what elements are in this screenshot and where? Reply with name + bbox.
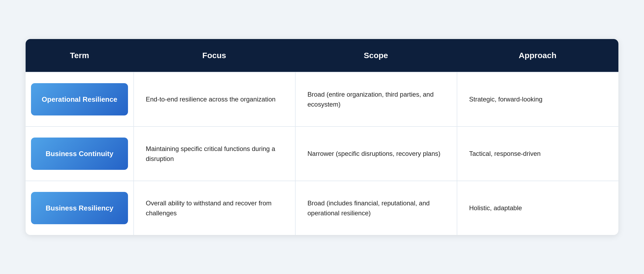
header-scope: Scope [295, 39, 457, 72]
focus-cell-row-2: Overall ability to withstand and recover… [133, 181, 295, 235]
header-term: Term [26, 39, 133, 72]
term-badge-row-2: Business Resiliency [31, 192, 128, 224]
header-focus: Focus [133, 39, 295, 72]
approach-cell-row-1: Tactical, response-driven [457, 126, 618, 181]
term-cell-row-1: Business Continuity [26, 126, 133, 181]
focus-cell-row-0: End-to-end resilience across the organiz… [133, 72, 295, 126]
focus-cell-row-1: Maintaining specific critical functions … [133, 126, 295, 181]
approach-cell-row-0: Strategic, forward-looking [457, 72, 618, 126]
term-badge-row-1: Business Continuity [31, 138, 128, 170]
scope-cell-row-0: Broad (entire organization, third partie… [295, 72, 457, 126]
term-badge-row-0: Operational Resilience [31, 83, 128, 115]
table-grid: Term Focus Scope Approach Operational Re… [26, 39, 618, 235]
term-cell-row-0: Operational Resilience [26, 72, 133, 126]
scope-cell-row-1: Narrower (specific disruptions, recovery… [295, 126, 457, 181]
term-cell-row-2: Business Resiliency [26, 181, 133, 235]
header-approach: Approach [457, 39, 618, 72]
scope-cell-row-2: Broad (includes financial, reputational,… [295, 181, 457, 235]
comparison-table: Term Focus Scope Approach Operational Re… [26, 39, 618, 235]
approach-cell-row-2: Holistic, adaptable [457, 181, 618, 235]
